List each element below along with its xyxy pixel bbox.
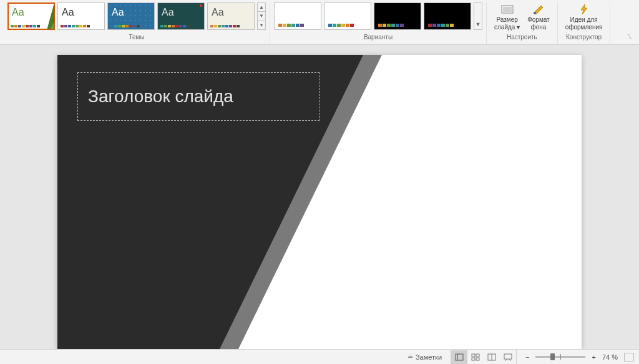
zoom-in-button[interactable]: + bbox=[589, 353, 598, 361]
theme-accent-shape bbox=[42, 3, 54, 30]
format-bg-icon bbox=[532, 4, 545, 15]
collapse-ribbon-button[interactable]: ㄟ bbox=[624, 31, 635, 42]
slide-size-label: Размер слайда ▾ bbox=[494, 16, 520, 31]
svg-rect-16 bbox=[504, 354, 512, 359]
customize-group-label: Настроить bbox=[507, 34, 537, 41]
theme-aa: Aa bbox=[162, 7, 174, 18]
slide-size-button[interactable]: Размер слайда ▾ bbox=[490, 2, 524, 32]
theme-swatches bbox=[11, 25, 40, 27]
theme-aa: Aa bbox=[212, 7, 224, 18]
designer-group: Идеи для оформления Конструктор bbox=[558, 2, 611, 44]
slide-title-text: Заголовок слайда bbox=[88, 87, 233, 107]
slideshow-view-button[interactable] bbox=[500, 350, 516, 364]
theme-aa: Aa bbox=[62, 7, 74, 18]
themes-more-button[interactable]: ▲ ▼ ▾ bbox=[257, 2, 266, 30]
slide-editor: Заголовок слайда bbox=[0, 45, 639, 349]
view-buttons bbox=[451, 350, 517, 364]
slide-canvas[interactable]: Заголовок слайда bbox=[57, 55, 582, 349]
design-ideas-label: Идеи для оформления bbox=[565, 16, 603, 31]
variant-thumb-2[interactable] bbox=[324, 2, 371, 30]
theme-swatches bbox=[61, 25, 90, 27]
theme-swatches bbox=[160, 25, 190, 27]
svg-point-4 bbox=[534, 12, 536, 14]
slide-size-icon bbox=[501, 4, 514, 15]
theme-thumb-2[interactable]: Aa bbox=[57, 2, 105, 30]
theme-aa: Aa bbox=[112, 7, 124, 18]
reading-view-button[interactable] bbox=[484, 350, 500, 364]
fit-to-window-button[interactable] bbox=[624, 353, 634, 362]
variant-thumb-3[interactable] bbox=[374, 2, 421, 30]
svg-rect-11 bbox=[476, 354, 479, 357]
variant-thumb-4[interactable] bbox=[424, 2, 471, 30]
notes-button[interactable]: ≐ Заметки bbox=[405, 353, 444, 361]
customize-group: Размер слайда ▾ Формат фона Настроить bbox=[487, 2, 558, 44]
lightning-icon bbox=[578, 4, 590, 15]
themes-group: Aa Aa Aa Aa Aa ▲ ▼ bbox=[4, 2, 270, 44]
format-background-button[interactable]: Формат фона bbox=[524, 2, 554, 32]
zoom-control: − + 74 % bbox=[523, 353, 634, 362]
design-ideas-button[interactable]: Идеи для оформления bbox=[562, 2, 607, 32]
svg-rect-3 bbox=[503, 7, 512, 12]
notes-label: Заметки bbox=[416, 353, 442, 361]
theme-swatches bbox=[210, 25, 240, 27]
theme-aa: Aa bbox=[12, 7, 24, 18]
theme-thumb-4[interactable]: Aa bbox=[157, 2, 205, 30]
theme-badge bbox=[200, 4, 202, 7]
normal-view-button[interactable] bbox=[451, 350, 467, 364]
zoom-percent: 74 % bbox=[602, 353, 618, 361]
theme-thumb-3[interactable]: Aa bbox=[107, 2, 155, 30]
svg-marker-5 bbox=[581, 4, 587, 14]
theme-swatches bbox=[110, 25, 140, 27]
svg-rect-13 bbox=[476, 358, 479, 360]
variants-gallery: ▼ bbox=[274, 2, 482, 32]
sorter-view-button[interactable] bbox=[467, 350, 484, 364]
theme-thumb-1[interactable]: Aa bbox=[7, 2, 55, 30]
designer-group-label: Конструктор bbox=[566, 34, 602, 41]
slide-title-placeholder[interactable]: Заголовок слайда bbox=[77, 72, 320, 121]
zoom-slider[interactable] bbox=[535, 356, 585, 358]
svg-rect-12 bbox=[472, 358, 475, 360]
themes-gallery: Aa Aa Aa Aa Aa ▲ ▼ bbox=[7, 2, 266, 32]
notes-icon: ≐ bbox=[407, 353, 413, 361]
variants-group: ▼ Варианты bbox=[270, 2, 487, 44]
themes-group-label: Темы bbox=[129, 34, 144, 41]
variants-group-label: Варианты bbox=[364, 34, 393, 41]
ribbon: Aa Aa Aa Aa Aa ▲ ▼ bbox=[0, 0, 639, 45]
theme-thumb-5[interactable]: Aa bbox=[207, 2, 255, 30]
svg-rect-8 bbox=[456, 354, 463, 360]
svg-rect-10 bbox=[472, 354, 475, 357]
zoom-out-button[interactable]: − bbox=[523, 353, 532, 361]
format-bg-label: Формат фона bbox=[527, 16, 550, 31]
variants-more-button[interactable]: ▼ bbox=[474, 2, 482, 30]
variant-thumb-1[interactable] bbox=[274, 2, 321, 30]
status-bar: ≐ Заметки − + 74 % bbox=[0, 349, 639, 364]
